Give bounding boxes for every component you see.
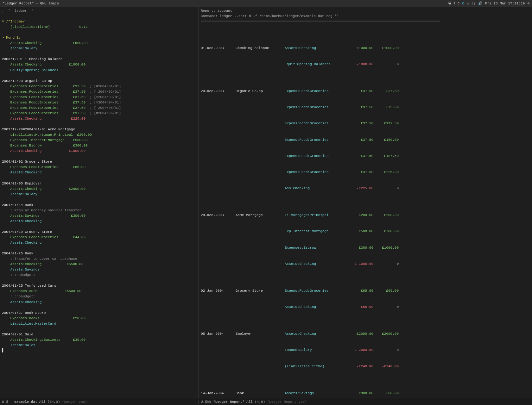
statusbar-left: U:@-- example.dat All (64,0) (Ledger yas…	[0, 400, 199, 404]
code-line: Expenses:Food:Groceries £37.50 ; [=2004/…	[2, 105, 197, 111]
code-line: 2003/12/28=2004/01/01 Acme Mortgage	[2, 127, 197, 132]
titlebar: *Ledger Report* - GNU Emacs 🌤 7°C C ✉ ↑↓…	[0, 0, 532, 7]
code-line	[2, 73, 197, 78]
table-row: Ass:Checking -£225.00 0	[201, 186, 530, 191]
table-row: Expens:Food:Groceries £37.50 £225.00	[201, 170, 530, 175]
code-line	[2, 246, 197, 251]
network-icon: ↑↓	[472, 2, 476, 5]
code-line: Assets:Checking £5500.00	[2, 262, 197, 267]
code-line: Assets:Checking	[2, 219, 197, 224]
left-editor-pane[interactable]: ; -*- ledger -*- = /*Income/ (Liabilitie…	[0, 7, 199, 398]
code-line: Expenses:Interest:Mortgage £500.00	[2, 138, 197, 143]
code-line: Income:Salary	[2, 46, 197, 51]
code-line: Expenses:Food:Groceries £37.50 ; [=2004/…	[2, 95, 197, 100]
table-row: 20-Dec-2003 Organic Co-op Expens:Food:Gr…	[201, 89, 530, 94]
settings-icon[interactable]: ⚙	[527, 1, 529, 5]
code-line: 2003/12/01 * Checking balance	[2, 57, 197, 62]
refresh-icon[interactable]: C	[462, 2, 465, 5]
code-line: Assets:Checking £2000.00	[2, 186, 197, 192]
code-line: 2004/01/05 Employer	[2, 181, 197, 186]
code-line: Expenses:Food:Groceries £37.50 ; [=2004/…	[2, 100, 197, 105]
table-row: Expens:Food:Groceries £37.50 £187.50	[201, 153, 530, 159]
statusbar-mode-left: U:@--	[2, 400, 12, 404]
table-row: Equit:Opening Balances £-1000.00 0	[201, 62, 530, 67]
code-line: Assets:Checking	[2, 170, 197, 175]
table-row: 28-Dec-2003 Acme Mortgage Li:Mortgage:Pr…	[201, 213, 530, 218]
code-line	[2, 175, 197, 181]
table-row: Exp:Interest:Mortgage £500.00 £700.00	[201, 229, 530, 234]
table-row: 02-Jan-2004 Grocery Store Expens:Food:Gr…	[201, 288, 530, 294]
code-line: ; -*- ledger -*-	[2, 8, 197, 14]
code-line: Expenses:Auto £5500.00	[2, 289, 197, 294]
code-line: Expenses:Food:Groceries £65.00	[2, 165, 197, 170]
code-line	[2, 51, 197, 57]
statusbar-info-left: All (64,0)	[39, 400, 60, 404]
code-line: Assets:Checking £500.00	[2, 40, 197, 46]
table-row: Expens:Food:Groceries £37.50 £112.50	[201, 121, 530, 126]
table-row: Assets:Checking £-1000.00 0	[201, 261, 530, 267]
code-line: ; :nobudget:	[2, 272, 197, 278]
code-line: Expenses:Food:Groceries £44.00	[2, 235, 197, 240]
main-container: ; -*- ledger -*- = /*Income/ (Liabilitie…	[0, 7, 532, 398]
table-row: 05-Jan-2004 Employer Assets:Checking £20…	[201, 331, 530, 337]
table-row: Assets:Checking -£65.00 0	[201, 304, 530, 310]
table-row: (Liabilities:Tithe) -£240.00 -£240.00	[201, 364, 530, 369]
code-line: 2004/01/27 Book Store	[2, 310, 197, 316]
code-line: Assets:Checking £1000.00	[2, 62, 197, 67]
code-line: ; Transfer to cover car purchase	[2, 256, 197, 262]
code-line: Assets:Checking -£225.00	[2, 116, 197, 122]
code-line: ; :nobudget:	[2, 294, 197, 299]
code-line: (Liabilities:Tithe) 0.12	[2, 24, 197, 30]
code-line: = /*Income/	[2, 19, 197, 24]
code-line: Income:Sales	[2, 343, 197, 348]
code-line	[2, 327, 197, 332]
table-row: 14-Jan-2004 Bank Assets:Savings £300.00 …	[201, 391, 530, 396]
code-line: Expenses:Food:Groceries £37.50 ; [=2004/…	[2, 84, 197, 89]
code-line: Liabilities:Mortgage:Principal £200.00	[2, 132, 197, 138]
code-line	[2, 30, 197, 35]
statusbar-filename-right: *Ledger Report*	[213, 400, 244, 404]
code-line: Assets:Checking	[2, 240, 197, 246]
code-line: Assets:Checking -£1000.00	[2, 148, 197, 154]
code-line	[2, 14, 197, 19]
code-line	[2, 278, 197, 283]
report-header-line1: Report: account	[201, 8, 530, 14]
table-row: Income:Salary £-2000.00 0	[201, 347, 530, 353]
report-separator: ════════════════════════════════════════…	[201, 19, 530, 24]
weather-icon: 🌤 7°C	[448, 1, 459, 5]
code-line: 2004/02/01 Sale	[2, 332, 197, 337]
right-report-pane: Report: account Command: ledger --sort d…	[199, 7, 532, 398]
statusbar-extra-left: (Ledger yas)----------------------------…	[62, 400, 173, 404]
code-line: 2004/01/25 Bank	[2, 251, 197, 256]
code-line	[2, 224, 197, 229]
code-line	[2, 122, 197, 127]
code-line: Income:Salary	[2, 192, 197, 197]
code-line: Assets:Savings £300.00	[2, 213, 197, 219]
code-line: Expenses:Books £20.00	[2, 316, 197, 321]
cursor-line: ▋	[2, 348, 197, 353]
code-line	[2, 305, 197, 310]
report-table: 01-Dec-2003 Checking balance Assets:Chec…	[201, 24, 530, 398]
statusbar-extra-right: (Ledger Report yas)---------------------…	[267, 400, 380, 404]
code-line: ~ Monthly	[2, 35, 197, 40]
code-line: ; Regular monthly savings transfer	[2, 208, 197, 213]
statusbar-filename-left: example.dat	[14, 400, 37, 404]
code-line: 2004/01/02 Grocery Store	[2, 159, 197, 165]
table-row: Expens:Food:Groceries £37.50 £150.00	[201, 137, 530, 143]
email-icon: ✉	[467, 1, 469, 5]
code-line: 2004/01/25 Tom's Used Cars	[2, 283, 197, 289]
code-line: 2004/01/19 Grocery Store	[2, 229, 197, 235]
statusbar-mode-right: U:@%%	[201, 400, 211, 404]
statusbar-info-right: All (4,0)	[246, 400, 265, 404]
code-line: Equity:Opening Balances	[2, 68, 197, 73]
statusbar-right: U:@%% *Ledger Report* All (4,0) (Ledger …	[199, 400, 532, 404]
code-line: Assets:Checking:Business £30.00	[2, 337, 197, 343]
code-line: Assets:Checking	[2, 300, 197, 305]
code-line: Expenses:Food:Groceries £37.50 ; [=2004/…	[2, 89, 197, 95]
table-row: Expens:Food:Groceries £37.50 £75.00	[201, 105, 530, 110]
titlebar-right-icons: 🌤 7°C C ✉ ↑↓ 🔊 Fri 15 Mar 17:11:19 ⚙	[448, 1, 529, 5]
code-line: Expenses:Food:Groceries £37.50 ; [=2004/…	[2, 111, 197, 116]
code-line	[2, 154, 197, 159]
code-line	[2, 197, 197, 202]
window-title: *Ledger Report* - GNU Emacs	[3, 2, 59, 5]
